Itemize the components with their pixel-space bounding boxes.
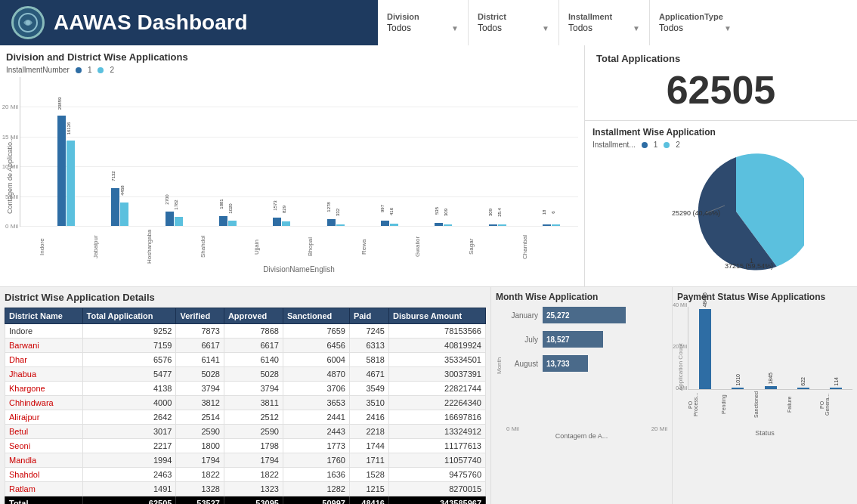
table-cell: 13324912	[388, 425, 485, 439]
bar: 829	[282, 221, 290, 226]
chevron-down-icon: ▼	[451, 24, 459, 32]
month-bar-row: January25,272	[506, 307, 664, 323]
table-cell: 6313	[349, 339, 388, 353]
filter-district-label: District	[478, 12, 549, 21]
filter-installment[interactable]: Installment Todos ▼	[559, 0, 650, 45]
bar: 1020	[228, 221, 237, 226]
table-cell: 16697816	[388, 410, 485, 425]
bar: 16126	[67, 141, 75, 226]
payment-panel: Payment Status Wise Applications Applica…	[673, 287, 857, 504]
table-row: Jhabua5477502850284870467130037391	[5, 367, 486, 382]
table-cell: 7873	[176, 324, 224, 339]
x-label: Rewa	[360, 230, 414, 264]
month-bar: 13,733	[543, 355, 588, 372]
col-paid: Paid	[349, 308, 388, 324]
table-cell: 1282	[283, 482, 349, 496]
table-cell: 40819924	[388, 339, 485, 353]
filter-installment-value-row[interactable]: Todos ▼	[568, 23, 640, 33]
table-cell: 3653	[283, 396, 349, 410]
total-cell: 50997	[283, 496, 349, 505]
payment-bar-value: 622	[800, 377, 806, 386]
table-cell: 78153566	[388, 324, 485, 339]
x-axis-title: DivisionNameEnglish	[20, 265, 578, 274]
payment-bar-col: 1010	[721, 374, 753, 389]
payment-bar-col: 622	[787, 377, 819, 389]
table-cell: 9252	[82, 324, 176, 339]
pie-title: Installment Wise Application	[592, 127, 849, 138]
table-cell: 6140	[224, 353, 283, 367]
x-label: Chambal	[521, 230, 575, 264]
header-logo: AAWAS Dashboard	[0, 0, 378, 45]
month-bar-value: 13,733	[546, 360, 570, 368]
month-bar-row: August13,733	[506, 355, 664, 372]
table-cell: 7245	[349, 324, 388, 339]
bar: 332	[336, 224, 345, 226]
payment-chart-wrapper: Application Count 0 Mil20 Mil40 Mil48416…	[677, 307, 852, 428]
payment-bar-value: 48416	[702, 292, 707, 307]
payment-x-label-item: Failure	[787, 391, 820, 418]
table-cell: 2514	[176, 410, 224, 425]
filter-district-value-row[interactable]: Todos ▼	[478, 23, 549, 33]
table-cell: 1800	[176, 439, 224, 453]
bar: 309	[444, 224, 452, 226]
total-cell: 53095	[224, 496, 283, 505]
table-row: Dhar6576614161406004581835334501	[5, 353, 486, 367]
app-title: AAWAS Dashboard	[54, 11, 248, 35]
table-cell: 3510	[349, 396, 388, 410]
table-cell: 1215	[349, 482, 388, 496]
filter-division[interactable]: Division Todos ▼	[378, 0, 469, 45]
payment-chart-inner: 0 Mil20 Mil40 Mil4841610101845622114PO P…	[688, 307, 852, 428]
bar-chart-legend: InstallmentNumber 1 2	[6, 66, 578, 74]
col-total: Total Application	[82, 308, 176, 324]
payment-bar	[732, 388, 744, 389]
bar-chart-title: Division and District Wise Applications	[6, 51, 578, 63]
table-cell: 3794	[224, 382, 283, 396]
pie-svg: 25290 (40,46%) 1 37215 (59,54%)	[638, 151, 804, 272]
table-cell: Alirajpur	[5, 410, 83, 425]
table-cell: 1711	[349, 453, 388, 468]
month-bar: 25,272	[543, 307, 626, 323]
payment-x-label-item: Pending	[721, 391, 754, 418]
table-cell: 1794	[224, 453, 283, 468]
svg-text:37215 (59,54%): 37215 (59,54%)	[725, 262, 773, 270]
bar: 4458	[120, 203, 128, 226]
payment-bar-col: 1845	[754, 373, 787, 389]
table-cell: Dhar	[5, 353, 83, 367]
bar: 25.4	[498, 224, 506, 226]
payment-bar	[830, 388, 842, 389]
table-cell: Jhabua	[5, 367, 83, 382]
month-x-1: 20 Mil	[651, 425, 667, 432]
table-cell: 6617	[176, 339, 224, 353]
table-cell: 7159	[82, 339, 176, 353]
table-row: Seoni2217180017981773174411177613	[5, 439, 486, 453]
bar: 1782	[175, 217, 183, 226]
month-chart-wrapper: Month January25,272July18,527August13,73…	[496, 307, 667, 424]
bar: 535	[435, 223, 443, 226]
table-cell: 2590	[224, 425, 283, 439]
payment-y-label: Application Count	[677, 307, 688, 428]
filter-apptype-value-row[interactable]: Todos ▼	[659, 23, 732, 33]
col-sanctioned: Sanctioned	[283, 308, 349, 324]
table-cell: 2590	[176, 425, 224, 439]
total-applications: Total Applications 62505	[585, 45, 857, 121]
table-cell: 2512	[224, 410, 283, 425]
filter-division-value-row[interactable]: Todos ▼	[387, 23, 459, 33]
bottom-row: District Wise Application Details Distri…	[0, 287, 857, 504]
month-bar-row: July18,527	[506, 331, 664, 348]
table-cell: 4000	[82, 396, 176, 410]
pie-series2: 2	[676, 141, 680, 149]
x-label: Jabalpur	[92, 230, 146, 264]
table-cell: 2463	[82, 468, 176, 482]
right-panel: Total Applications 62505 Installment Wis…	[585, 45, 857, 286]
x-label: Hoshangabad	[146, 230, 200, 264]
table-cell: 6617	[224, 339, 283, 353]
table-cell: 2443	[283, 425, 349, 439]
month-bar-value: 18,527	[546, 335, 570, 344]
table-header-row: District Name Total Application Verified…	[5, 308, 486, 324]
table-row: Khargone4138379437943706354922821744	[5, 382, 486, 396]
filter-district[interactable]: District Todos ▼	[469, 0, 559, 45]
table-cell: 3811	[224, 396, 283, 410]
filter-apptype[interactable]: ApplicationType Todos ▼	[650, 0, 741, 45]
table-row: Betul3017259025902443221813324912	[5, 425, 486, 439]
filter-division-value: Todos	[387, 23, 411, 33]
